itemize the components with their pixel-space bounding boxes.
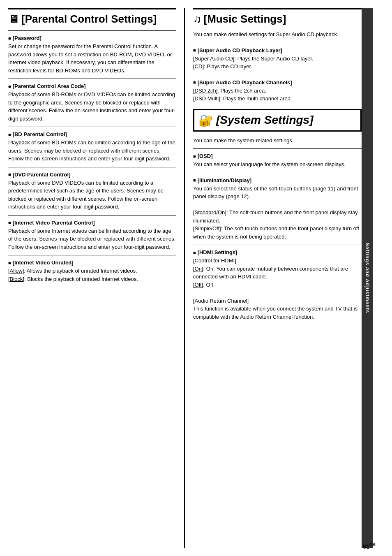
system-divider-2 [193,173,362,173]
divider-2 [8,127,176,127]
music-icon: ♫ [193,13,201,25]
parental-control-title: 🖥 [Parental Control Settings] [8,13,176,25]
subsection-illumination-title: [Illumination/Display] [193,177,362,183]
subsection-hdmi-title: [HDMI Settings] [193,249,362,255]
subsection-sacd-layer: [Super Audio CD Playback Layer] [Super A… [193,47,362,71]
block-link: [Block] [8,276,24,282]
hdmi-off-link: [Off] [193,282,203,288]
right-column: ♫ [Music Settings] You can make detailed… [185,8,362,548]
page-container: 🖥 [Parental Control Settings] [Password]… [0,0,392,556]
subsection-area-code: [Parental Control Area Code] Playback of… [8,83,176,123]
dsd-2ch-link: [DSD 2ch] [193,88,217,94]
subsection-sacd-channels: [Super Audio CD Playback Channels] [DSD … [193,79,362,103]
side-tab: Settings and Adjustments [362,8,373,548]
parental-control-header: 🖥 [Parental Control Settings] [8,8,176,25]
system-intro-text: You can make the system-related settings… [193,137,362,145]
music-divider-1 [193,43,362,43]
music-divider-2 [193,75,362,75]
music-intro-text: You can make detailed settings for Super… [193,30,362,39]
subsection-internet-parental: [Internet Video Parental Control] Playba… [8,220,176,251]
divider-5 [8,255,176,255]
system-settings-header: 🔐 [System Settings] [193,109,362,132]
subsection-hdmi-body: [Control for HDMI] [On]: On. You can ope… [193,257,362,321]
page-number: 61GB [363,542,376,550]
system-settings-title-text: [System Settings] [216,114,314,127]
divider-4 [8,215,176,215]
hdmi-on-link: [On] [193,266,203,272]
subsection-osd-title: [OSD] [193,153,362,159]
music-settings-title-text: [Music Settings] [204,13,286,25]
subsection-internet-parental-body: Playback of some Internet videos can be … [8,227,176,251]
subsection-osd: [OSD] You can select your language for t… [193,153,362,169]
allow-link: [Allow] [8,268,24,274]
divider-after-title [8,30,176,31]
subsection-internet-parental-title: [Internet Video Parental Control] [8,220,176,226]
subsection-sacd-channels-body: [DSD 2ch]: Plays the 2ch area. [DSD Mult… [193,87,362,103]
parental-control-icon: 🖥 [8,13,19,25]
dsd-multi-link: [DSD Multi] [193,95,220,102]
divider-1 [8,79,176,79]
subsection-bd-parental: [BD Parental Control] Playback of some B… [8,131,176,163]
subsection-sacd-layer-body: [Super Audio CD]: Plays the Super Audio … [193,55,362,71]
parental-control-title-text: [Parental Control Settings] [21,13,157,25]
subsection-osd-body: You can select your language for the sys… [193,160,362,169]
subsection-internet-unrated-body: [Allow]: Allows the playback of unrated … [8,267,176,283]
standard-on-link: [Standard/On] [193,209,226,215]
subsection-dvd-parental-body: Playback of some DVD VIDEOs can be limit… [8,179,176,211]
subsection-dvd-parental: [DVD Parental Control] Playback of some … [8,171,176,211]
subsection-illumination-body: You can select the status of the soft-to… [193,185,362,241]
simple-off-link: [Simple/Off] [193,225,221,232]
subsection-password: [Password] Set or change the password fo… [8,35,176,74]
subsection-password-body: Set or change the password for the Paren… [8,42,176,74]
subsection-internet-unrated-title: [Internet Video Unrated] [8,259,176,266]
subsection-illumination: [Illumination/Display] You can select th… [193,177,362,241]
subsection-internet-unrated: [Internet Video Unrated] [Allow]: Allows… [8,259,176,283]
subsection-bd-parental-body: Playback of some BD-ROMs can be limited … [8,139,176,163]
music-settings-title: ♫ [Music Settings] [193,13,362,25]
subsection-hdmi: [HDMI Settings] [Control for HDMI] [On]:… [193,249,362,321]
subsection-area-code-title: [Parental Control Area Code] [8,83,176,89]
subsection-area-code-body: Playback of some BD-ROMs or DVD VIDEOs c… [8,90,176,123]
subsection-password-title: [Password] [8,35,176,41]
system-divider-3 [193,245,362,245]
subsection-bd-parental-title: [BD Parental Control] [8,131,176,137]
system-settings-icon: 🔐 [198,114,213,127]
system-divider-1 [193,148,362,149]
cd-link: [CD] [193,63,204,70]
subsection-dvd-parental-title: [DVD Parental Control] [8,171,176,178]
left-column: 🖥 [Parental Control Settings] [Password]… [8,8,185,548]
main-content: 🖥 [Parental Control Settings] [Password]… [0,0,392,556]
divider-3 [8,167,176,167]
subsection-sacd-layer-title: [Super Audio CD Playback Layer] [193,47,362,53]
subsection-sacd-channels-title: [Super Audio CD Playback Channels] [193,79,362,86]
super-audio-cd-link: [Super Audio CD] [193,56,234,62]
music-settings-header: ♫ [Music Settings] [193,8,362,25]
